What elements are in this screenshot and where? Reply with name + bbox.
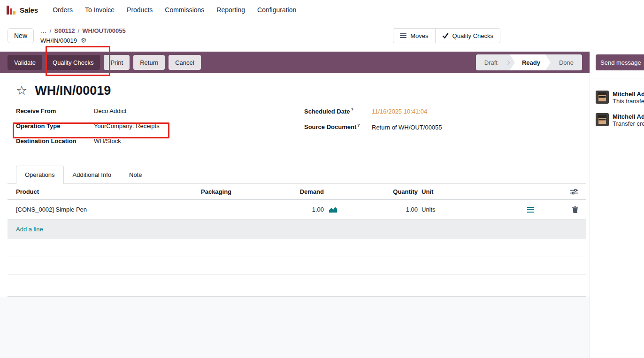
return-button[interactable]: Return: [133, 55, 165, 70]
add-line-row: Add a line: [8, 220, 586, 239]
empty-row: [8, 257, 586, 275]
field-source-document: Source Document? Return of WH/OUT/00055: [304, 123, 577, 130]
top-navbar: Sales Orders To Invoice Products Commiss…: [0, 0, 644, 20]
validate-button[interactable]: Validate: [8, 55, 42, 70]
app-name[interactable]: Sales: [20, 6, 38, 14]
breadcrumb-collapsed[interactable]: ...: [40, 26, 47, 36]
quantity-cell[interactable]: 1.00: [343, 206, 418, 213]
gear-icon[interactable]: ⚙: [81, 36, 87, 46]
moves-button[interactable]: Moves: [393, 28, 435, 43]
notebook-tabs: Operations Additional Info Note: [8, 166, 586, 184]
receive-from-value[interactable]: Deco Addict: [94, 107, 126, 114]
header-unit: Unit: [418, 188, 516, 195]
statusbar: Draft Ready Done: [476, 54, 582, 70]
optional-columns-icon[interactable]: [570, 189, 578, 195]
field-group-right: Scheduled Date? 11/16/2025 10:41:04 Sour…: [304, 107, 577, 152]
menu-orders[interactable]: Orders: [46, 6, 79, 14]
forecast-chart-icon[interactable]: [329, 206, 337, 213]
main-area: Validate Quality Checks Print Return Can…: [0, 52, 644, 358]
menu-commissions[interactable]: Commissions: [159, 6, 210, 14]
quality-checks-button[interactable]: Quality Checks: [46, 55, 100, 70]
empty-row: [8, 239, 586, 257]
detailed-operations-icon[interactable]: [527, 207, 534, 213]
field-receive-from: Receive From Deco Addict: [16, 107, 304, 114]
field-destination-location: Destination Location WH/Stock: [16, 137, 304, 145]
breadcrumb-link-delivery[interactable]: WH/OUT/00055: [82, 26, 125, 36]
unit-cell[interactable]: Units: [418, 206, 516, 213]
page: { "app": { "name": "Sales", "menus": ["O…: [0, 0, 644, 358]
breadcrumb-separator: /: [78, 26, 80, 36]
message-preview: This transfe: [613, 98, 644, 105]
breadcrumb-current: WH/IN/00019: [40, 36, 77, 46]
avatar[interactable]: [596, 91, 609, 104]
field-groups: Receive From Deco Addict Operation Type …: [8, 107, 586, 152]
message: Mitchell Adm Transfer cre: [596, 113, 644, 127]
menu-products[interactable]: Products: [121, 6, 159, 14]
title-row: ☆ WH/IN/00019: [8, 73, 586, 98]
statusbar-step-done[interactable]: Done: [551, 54, 582, 70]
statusbar-step-draft[interactable]: Draft: [476, 54, 506, 70]
status-action-bar: Validate Quality Checks Print Return Can…: [0, 52, 590, 73]
scheduled-date-value[interactable]: 11/16/2025 10:41:04: [372, 108, 427, 115]
demand-cell[interactable]: 1.00: [287, 206, 324, 213]
operation-type-value[interactable]: YourCompany: Receipts: [94, 122, 160, 129]
product-cell[interactable]: [CONS_0002] Simple Pen: [8, 206, 201, 213]
field-scheduled-date: Scheduled Date? 11/16/2025 10:41:04: [304, 107, 577, 115]
header-packaging: Packaging: [201, 188, 287, 195]
table-header-row: Product Packaging Demand Quantity Unit: [8, 184, 586, 200]
page-background: [0, 297, 590, 358]
tab-note[interactable]: Note: [120, 166, 151, 184]
main-menu: Orders To Invoice Products Commissions R…: [46, 6, 302, 14]
operations-table: Product Packaging Demand Quantity Unit […: [8, 184, 586, 297]
header-product: Product: [8, 188, 201, 195]
cancel-button[interactable]: Cancel: [169, 55, 200, 70]
message-body: Mitchell Adm This transfe: [613, 91, 644, 105]
header-demand: Demand: [287, 188, 324, 195]
tab-additional-info[interactable]: Additional Info: [64, 166, 120, 184]
message-author[interactable]: Mitchell Adm: [613, 91, 644, 98]
control-panel: New ... / S00112 / WH/OUT/00055 WH/IN/00…: [0, 20, 644, 52]
form-view: Validate Quality Checks Print Return Can…: [0, 52, 590, 358]
avatar[interactable]: [596, 113, 609, 126]
form-sheet: ☆ WH/IN/00019 Receive From Deco Addict O…: [8, 73, 586, 297]
send-message-button[interactable]: Send message: [596, 54, 644, 70]
favorite-star-icon[interactable]: ☆: [16, 84, 27, 97]
app-logo-icon[interactable]: [7, 5, 16, 15]
message-preview: Transfer cre: [613, 120, 644, 127]
document-title[interactable]: WH/IN/00019: [35, 84, 111, 98]
moves-list-icon: [400, 33, 406, 38]
smart-buttons: Moves Quality Checks: [393, 28, 500, 43]
field-operation-type: Operation Type YourCompany: Receipts: [16, 122, 304, 129]
field-label: Destination Location: [16, 137, 94, 145]
new-button[interactable]: New: [8, 28, 34, 43]
field-label: Receive From: [16, 107, 94, 114]
breadcrumb-link-sale-order[interactable]: S00112: [54, 26, 75, 36]
statusbar-step-ready[interactable]: Ready: [510, 54, 551, 70]
menu-reporting[interactable]: Reporting: [210, 6, 251, 14]
quality-checks-smart-button[interactable]: Quality Checks: [435, 28, 500, 43]
breadcrumb-separator: /: [50, 26, 52, 36]
check-icon: [442, 33, 449, 38]
print-button[interactable]: Print: [104, 55, 130, 70]
menu-configuration[interactable]: Configuration: [251, 6, 302, 14]
field-group-left: Receive From Deco Addict Operation Type …: [16, 107, 304, 152]
help-icon: ?: [351, 107, 354, 112]
quality-checks-button-label: Quality Checks: [452, 32, 493, 39]
breadcrumb: ... / S00112 / WH/OUT/00055 WH/IN/00019 …: [40, 26, 126, 46]
message-body: Mitchell Adm Transfer cre: [613, 113, 644, 127]
source-document-value[interactable]: Return of WH/OUT/00055: [372, 124, 442, 131]
add-line-link[interactable]: Add a line: [16, 226, 43, 233]
moves-button-label: Moves: [410, 32, 428, 39]
help-icon: ?: [357, 123, 360, 128]
message-author[interactable]: Mitchell Adm: [613, 113, 644, 120]
chatter-header: Send message: [590, 52, 644, 78]
message-list: Mitchell Adm This transfe Mitchell Adm T…: [590, 78, 644, 127]
header-quantity: Quantity: [343, 188, 418, 195]
tab-operations[interactable]: Operations: [16, 166, 64, 184]
menu-to-invoice[interactable]: To Invoice: [79, 6, 121, 14]
field-label: Source Document?: [304, 123, 372, 130]
delete-row-icon[interactable]: [572, 206, 578, 213]
table-row: [CONS_0002] Simple Pen 1.00 1.00 Units: [8, 200, 586, 220]
destination-location-value[interactable]: WH/Stock: [94, 137, 121, 145]
message: Mitchell Adm This transfe: [596, 91, 644, 105]
